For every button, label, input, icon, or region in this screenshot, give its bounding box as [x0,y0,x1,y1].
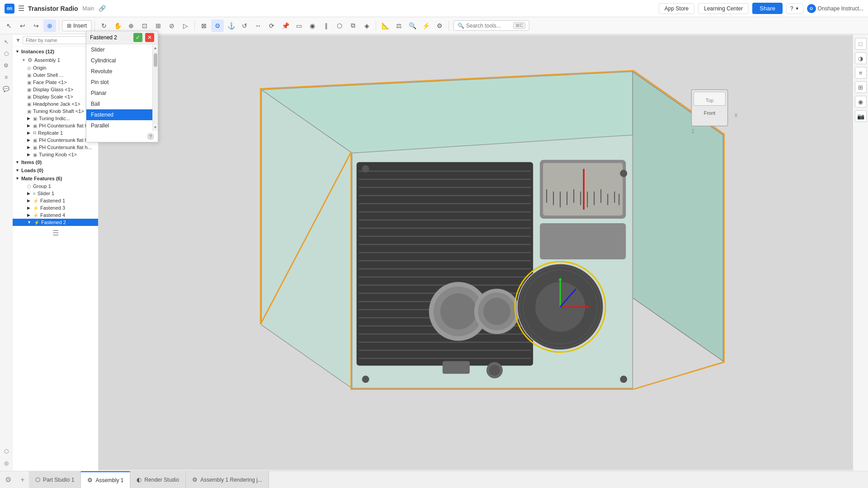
toolbar-mass[interactable]: ⚖ [392,19,405,32]
search-input[interactable] [466,23,511,29]
help-button[interactable]: ? ▼ [786,3,803,14]
toolbar-select[interactable]: ⊕ [43,19,56,32]
strip-comment-icon[interactable]: 💬 [1,84,11,94]
toolbar-zoom-fit[interactable]: ⊡ [138,19,151,32]
tree-item-ph-3[interactable]: ▶ ▣ PH Countersunk flat h... [13,144,98,151]
main-viewport[interactable]: Top Front Z X □ ◑ ≡ ⊞ ◉ 📷 [99,34,868,471]
main-row: ↖ ⬡ ⚙ ≡ 💬 ⬡ ◎ ▼ ☰ ▼ Instances (12) ⊕ ▼ ⚙… [0,34,868,471]
strip-cursor-icon[interactable]: ↖ [1,37,11,47]
toolbar-measure[interactable]: 📐 [379,19,392,32]
tree-item-fastened4[interactable]: ▶ ⚡ Fastened 4 [13,211,98,219]
strip-mates-icon[interactable]: ≡ [1,72,11,82]
tree-item-tuning-indic[interactable]: ▶ ▣ Tuning Indic... ⤵ [13,115,98,122]
tree-item-tuning-knob[interactable]: ▶ ▣ Tuning Knob <1> [13,151,98,158]
toolbar-zoom[interactable]: ⊕ [125,19,137,32]
toolbar-planar[interactable]: ▭ [292,19,305,32]
items-header[interactable]: ▼ Items (0) [13,158,98,166]
tree-item-display-scale[interactable]: ▣ Display Scale <1> [13,93,98,100]
toolbar-detect[interactable]: 🔍 [406,19,419,32]
toolbar-mate-active[interactable]: ⚙ [211,19,224,32]
logo[interactable]: on [5,4,14,14]
toolbar-mate[interactable]: ⊠ [198,19,210,32]
fastened1-icon: ⚡ [33,198,38,203]
toolbar-animate[interactable]: ▷ [179,19,192,32]
toolbar-orbit[interactable]: ↻ [98,19,110,32]
tree-item-ph-2[interactable]: ▶ ▣ PH Countersunk flat h... [13,136,98,144]
tree-item-fastened3[interactable]: ▶ ⚡ Fastened 3 [13,204,98,211]
rp-camera-btn[interactable]: 📷 [855,110,867,122]
rp-appearance-btn[interactable]: □ [855,38,867,50]
bottom-add-button[interactable]: + [16,474,29,486]
learning-center-button[interactable]: Learning Center [698,3,749,14]
toolbar-replicate[interactable]: ⧉ [347,19,359,32]
share-button[interactable]: Share [752,3,783,14]
toolbar-parallel[interactable]: ∥ [320,19,332,32]
help-circle-icon[interactable]: ? [147,133,154,140]
tab-assembly1[interactable]: ⚙ Assembly 1 [81,471,130,488]
rp-lighting-btn[interactable]: ◑ [855,52,867,64]
tab-render-studio[interactable]: ◐ Render Studio [130,471,186,488]
toolbar-cylindrical[interactable]: ⟳ [265,19,278,32]
tab-assembly-rendering[interactable]: ⚙ Assembly 1 Rendering j... [186,471,269,488]
bottom-list-icon[interactable]: ☰ [52,229,59,237]
tree-item-face-plate[interactable]: ▣ Face Plate <1> [13,79,98,86]
tree-item-headphone-jack[interactable]: ▣ Headphone Jack <1> [13,100,98,108]
filter-input[interactable] [23,36,91,44]
strip-assembly-icon[interactable]: ⚙ [1,61,11,70]
toolbar-cursor[interactable]: ↖ [3,19,15,32]
insert-button[interactable]: ⊞ Insert [62,20,92,31]
toolbar-fastened[interactable]: ⚓ [225,19,237,32]
tree-item-fastened1[interactable]: ▶ ⚡ Fastened 1 [13,197,98,204]
toolbar-explode[interactable]: ⊘ [165,19,178,32]
strip-parts-icon[interactable]: ⬡ [1,49,11,59]
tree-item-outer-shell[interactable]: ▣ Outer Shell ... ☰ [13,71,98,79]
rp-animate-btn[interactable]: ◉ [855,96,867,108]
toolbar-settings[interactable]: ⚙ [433,19,446,32]
strip-variables-icon[interactable]: ⬡ [1,446,11,456]
instances-header[interactable]: ▼ Instances (12) ⊕ [13,47,98,56]
toolbar-undo[interactable]: ↩ [16,19,29,32]
dropdown-item-slider[interactable]: Slider [86,44,152,55]
tree-item-ph-1[interactable]: ▶ ▣ PH Countersunk flat h... [13,122,98,129]
rp-explode-btn[interactable]: ⊞ [855,81,867,93]
tree-item-group1[interactable]: ⬡ Group 1 [13,183,98,190]
tree-item-display-glass[interactable]: ▣ Display Glass <1> [13,86,98,93]
tab-part-studio[interactable]: ⬡ Part Studio 1 [29,471,81,488]
scroll-thumb[interactable] [154,53,157,67]
scroll-up-button[interactable]: ▲ [153,44,158,52]
loads-header[interactable]: ▼ Loads (0) [13,166,98,174]
dropdown-item-cylindrical[interactable]: Cylindrical [86,55,152,66]
link-icon[interactable]: 🔗 [99,5,106,12]
toolbar-pan[interactable]: ✋ [111,19,124,32]
toolbar-section[interactable]: ⊞ [152,19,165,32]
dropdown-item-revolute[interactable]: Revolute [86,66,152,77]
tree-item-tuning-knob-shaft[interactable]: ▣ Tuning Knob Shaft <1> [13,108,98,115]
toolbar-redo[interactable]: ↪ [30,19,42,32]
dropdown-ok-button[interactable]: ✓ [133,34,142,42]
dropdown-item-planar[interactable]: Planar [86,88,152,99]
toolbar-mateconn[interactable]: ◈ [360,19,373,32]
tree-item-assembly[interactable]: ▼ ⚙ Assembly 1 ⤵ [13,56,98,64]
dropdown-item-pin-slot[interactable]: Pin slot [86,77,152,88]
dropdown-cancel-button[interactable]: ✕ [145,34,154,42]
toolbar-revolute[interactable]: ↺ [238,19,251,32]
dropdown-item-ball[interactable]: Ball [86,99,152,109]
dropdown-item-parallel[interactable]: Parallel [86,120,152,131]
toolbar-group[interactable]: ⬡ [333,19,346,32]
toolbar-slider2[interactable]: ↔ [252,19,264,32]
tree-item-origin[interactable]: ◎ Origin [13,64,98,71]
app-store-button[interactable]: App Store [659,3,694,14]
tree-item-fastened2[interactable]: ▼ ⚡ Fastened 2 [13,219,98,226]
bottom-settings-icon[interactable]: ⚙ [2,474,14,486]
toolbar-ball[interactable]: ◉ [306,19,319,32]
mate-features-header[interactable]: ▼ Mate Features (6) [13,174,98,183]
toolbar-pin[interactable]: 📌 [279,19,292,32]
toolbar-collision[interactable]: ⚡ [420,19,432,32]
strip-bottom-icon[interactable]: ◎ [1,458,11,468]
dropdown-item-fastened[interactable]: Fastened [86,109,152,120]
hamburger-icon[interactable]: ☰ [18,4,24,13]
tree-item-slider1[interactable]: ▶ ≡ Slider 1 [13,190,98,197]
scroll-down-button[interactable]: ▼ [153,124,158,131]
rp-section-btn[interactable]: ≡ [855,67,867,79]
tree-item-replicate[interactable]: ▶ ⧉ Replicate 1 [13,129,98,136]
